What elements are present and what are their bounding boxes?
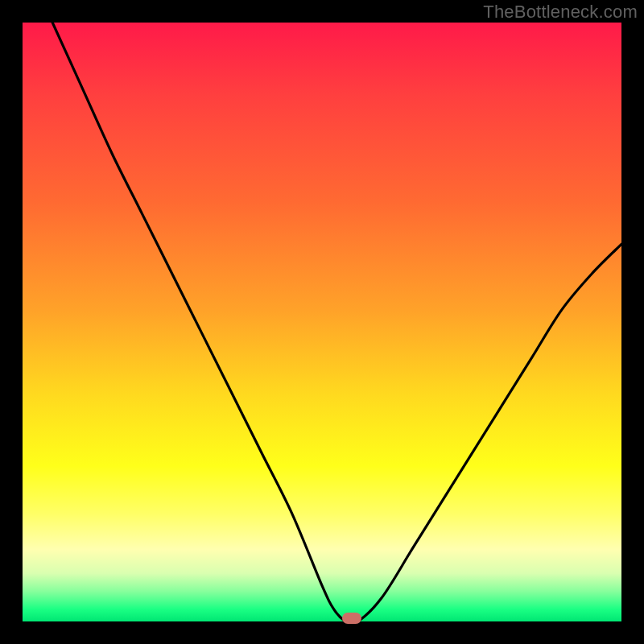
minimum-marker xyxy=(342,613,361,624)
plot-area xyxy=(23,23,621,621)
bottleneck-curve xyxy=(23,23,621,621)
attribution-text: TheBottleneck.com xyxy=(483,2,638,23)
chart-frame: TheBottleneck.com xyxy=(0,0,644,644)
plot-outer-border xyxy=(23,23,621,621)
